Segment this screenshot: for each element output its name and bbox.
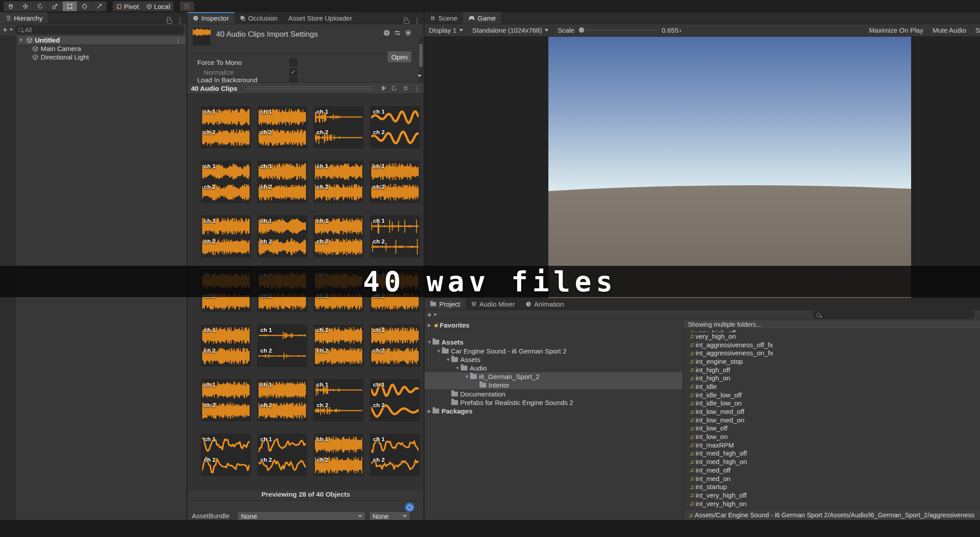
display-dropdown[interactable]: Display 1 <box>424 24 468 36</box>
transform-tool-button[interactable] <box>77 1 92 11</box>
audioclip-preview-cell[interactable]: ch 1 ch 2 <box>201 106 251 149</box>
file-item-int_very_high_off[interactable]: ♫int_very_high_off <box>683 491 980 499</box>
tree-item-prefabs-for-realistic-engine-sounds-2[interactable]: Prefabs for Realistic Engine Sounds 2 <box>424 398 683 407</box>
audioclip-preview-cell[interactable]: ch 1 ch 2 <box>257 324 307 367</box>
file-item-int_engine_stop[interactable]: ♫int_engine_stop <box>683 357 980 366</box>
file-item-very_high_on[interactable]: ♫very_high_on <box>683 332 980 341</box>
audioclip-preview-cell[interactable]: ch 1 ch 2 <box>201 434 251 476</box>
assetbundle-variant-dropdown[interactable]: None <box>369 511 410 521</box>
file-item-int_high_off[interactable]: ♫int_high_off <box>683 366 980 374</box>
preview-resize-grip[interactable] <box>246 86 373 90</box>
help-icon[interactable]: ? <box>383 30 390 36</box>
foldout-collapsed-icon[interactable]: ▶ <box>426 409 433 413</box>
tree-item-car-engine-sound-i6-german-sport-2[interactable]: ▼Car Engine Sound - i6 German Sport 2 <box>424 347 683 355</box>
tree-item-audio[interactable]: ▼Audio <box>424 364 683 372</box>
scene-menu-icon[interactable]: ⋮ <box>175 37 182 43</box>
audioclip-preview-cell[interactable]: ch 1 ch 2 <box>370 434 420 476</box>
file-item-partial[interactable]: ♫very_high_off <box>683 329 980 332</box>
file-item-int_low_on[interactable]: ♫int_low_on <box>683 432 980 441</box>
local-toggle-button[interactable]: Local <box>143 1 174 11</box>
normalize-checkbox[interactable]: ✓ <box>289 68 297 76</box>
assetbundle-dropdown[interactable]: None <box>238 511 365 521</box>
custom-tool-button[interactable] <box>92 1 106 11</box>
hierarchy-item-scene[interactable]: ▼ Untitled ⋮ <box>18 36 185 44</box>
gear-icon[interactable] <box>405 30 412 36</box>
foldout-expanded-icon[interactable]: ▼ <box>426 340 433 345</box>
file-item-int_low_off[interactable]: ♫int_low_off <box>683 424 980 433</box>
cycle-icon[interactable] <box>402 85 409 92</box>
foldout-expanded-icon[interactable]: ▼ <box>18 38 24 43</box>
file-item-int_aggressiveness_on_fx[interactable]: ♫int_aggressiveness_on_fx <box>683 349 980 357</box>
hierarchy-item-directional-light[interactable]: Directional Light <box>18 53 199 61</box>
audioclip-preview-cell[interactable]: ch 1 ch 2 <box>370 106 420 149</box>
audioclip-preview-cell[interactable]: ch 1 ch 2 <box>201 161 251 203</box>
lock-icon[interactable] <box>404 20 409 24</box>
tree-item-interior[interactable]: Interior <box>424 381 683 389</box>
preview-menu-icon[interactable]: ⋮ <box>414 85 420 92</box>
file-item-int_med_off[interactable]: ♫int_med_off <box>683 466 980 474</box>
scale-slider[interactable] <box>579 30 657 30</box>
lock-icon[interactable] <box>167 20 172 24</box>
file-item-int_very_high_on[interactable]: ♫int_very_high_on <box>683 499 980 508</box>
file-item-int_idle_low_on[interactable]: ♫int_idle_low_on <box>683 399 980 408</box>
tab-audio-mixer[interactable]: Audio Mixer <box>466 298 520 310</box>
hierarchy-menu-icon[interactable]: ⋮ <box>177 17 183 24</box>
file-item-int_startup[interactable]: ♫int_startup <box>683 482 980 491</box>
load-in-background-checkbox[interactable] <box>289 77 297 82</box>
tab-project[interactable]: Project <box>424 298 466 310</box>
audioclip-preview-cell[interactable]: ch 1 ch 2 <box>370 161 420 203</box>
file-item-int_low_med_on[interactable]: ♫int_low_med_on <box>683 416 980 424</box>
audioclip-preview-cell[interactable]: ch 1 ch 2 <box>201 379 251 422</box>
tab-scene[interactable]: Scene <box>424 12 463 24</box>
foldout-expanded-icon[interactable]: ▼ <box>436 349 442 354</box>
move-tool-button[interactable] <box>18 1 33 11</box>
tab-hierarchy[interactable]: Hierarchy <box>0 12 48 24</box>
hierarchy-add-button[interactable]: + <box>3 26 8 34</box>
hierarchy-search-input[interactable]: All <box>15 26 184 34</box>
audioclip-preview-cell[interactable]: ch 1 ch 2 <box>314 324 364 367</box>
grid-snap-button[interactable] <box>180 1 194 11</box>
tab-animation[interactable]: Animation <box>520 298 569 310</box>
file-item-int_med_on[interactable]: ♫int_med_on <box>683 474 980 483</box>
mute-audio-toggle[interactable]: Mute Audio <box>928 24 971 36</box>
file-item-int_low_med_off[interactable]: ♫int_low_med_off <box>683 407 980 416</box>
tab-asset-store-uploader[interactable]: Asset Store Uploader <box>283 12 358 24</box>
audioclip-preview-cell[interactable]: ch 1 ch 2 <box>257 106 307 149</box>
foldout-expanded-icon[interactable]: ▼ <box>454 366 461 371</box>
audioclip-preview-cell[interactable]: ch 1 ch 2 <box>314 215 364 258</box>
rect-tool-button[interactable] <box>63 1 77 11</box>
scale-tool-button[interactable] <box>48 1 63 11</box>
audioclip-preview-cell[interactable]: ch 1 ch 2 <box>370 379 420 422</box>
file-item-int_aggressiveness_off_fx[interactable]: ♫int_aggressiveness_off_fx <box>683 341 980 349</box>
scale-expander-icon[interactable]: › <box>679 26 682 34</box>
tab-game[interactable]: Game <box>463 12 501 24</box>
hierarchy-add-caret-icon[interactable] <box>9 29 12 31</box>
audioclip-preview-cell[interactable]: ch 1 ch 2 <box>314 379 364 422</box>
pivot-toggle-button[interactable]: Pivot <box>113 1 143 11</box>
audioclip-preview-cell[interactable]: ch 1 ch 2 <box>370 215 420 258</box>
force-to-mono-checkbox[interactable] <box>289 59 297 66</box>
audioclip-preview-cell[interactable]: ch 1 ch 2 <box>201 324 251 367</box>
audioclip-preview-cell[interactable]: ch 1 ch 2 <box>257 161 307 203</box>
file-item-int_med_high_off[interactable]: ♫int_med_high_off <box>683 449 980 458</box>
resolution-dropdown[interactable]: Standalone (1024x768) <box>468 24 553 36</box>
hierarchy-item-main-camera[interactable]: Main Camera <box>18 44 199 53</box>
audioclip-preview-cell[interactable]: ch 1 ch 2 <box>370 324 420 367</box>
foldout-collapsed-icon[interactable]: ▶ <box>426 323 433 328</box>
foldout-expanded-icon[interactable]: ▼ <box>445 357 451 362</box>
tree-item-packages[interactable]: ▶Packages <box>424 407 683 415</box>
tree-item-assets[interactable]: ▼Assets <box>424 355 683 364</box>
project-search-input[interactable] <box>813 311 975 319</box>
tab-occlusion[interactable]: Occlusion <box>234 12 283 24</box>
tree-item-i6-german-sport-2[interactable]: ▼i6_German_Sport_2 <box>424 372 683 381</box>
foldout-expanded-icon[interactable]: ▼ <box>464 374 470 379</box>
audioclip-preview-cell[interactable]: ch 1 ch 2 <box>201 215 251 258</box>
scale-slider-knob[interactable] <box>579 27 584 33</box>
play-icon[interactable] <box>382 85 386 91</box>
hand-tool-button[interactable] <box>4 1 18 11</box>
audioclip-preview-cell[interactable]: ch 1 ch 2 <box>257 379 307 422</box>
stats-toggle-partial[interactable]: S <box>971 24 980 36</box>
file-item-int_maxRPM[interactable]: ♫int_maxRPM <box>683 441 980 449</box>
file-item-int_med_high_on[interactable]: ♫int_med_high_on <box>683 457 980 466</box>
presets-icon[interactable] <box>394 30 401 36</box>
